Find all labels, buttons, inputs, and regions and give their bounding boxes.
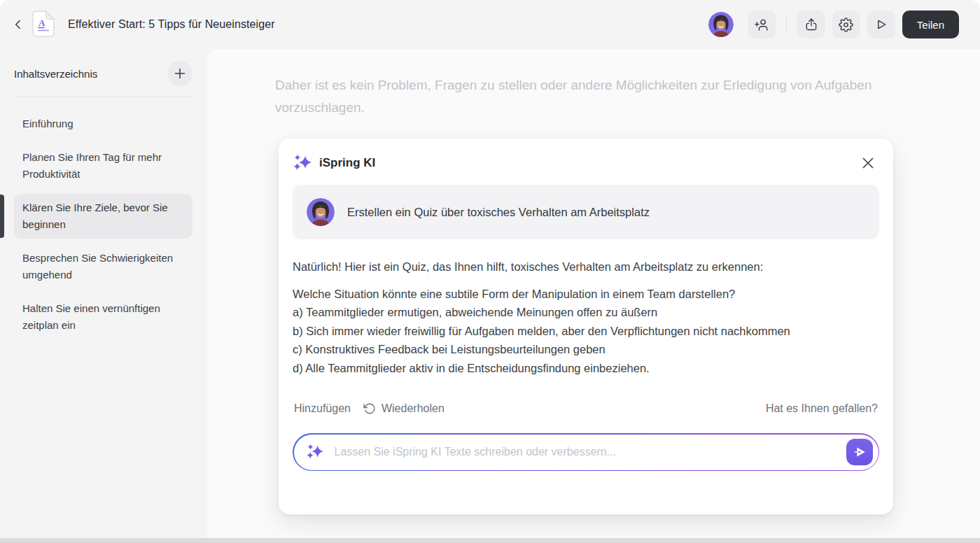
back-button[interactable] [8,15,28,34]
sidebar-item-label: Einführung [22,118,74,129]
topbar-actions: Teilen [708,0,959,49]
sidebar-item-label: Besprechen Sie Schwierigkeiten umgehend [22,252,173,281]
dialog-title: iSpring KI [319,156,375,170]
add-chapter-button[interactable] [167,61,192,86]
add-button[interactable]: Hinzufügen [294,402,351,415]
toc-list: Einführung Planen Sie Ihren Tag für mehr… [0,97,206,339]
gear-icon [839,17,853,32]
app-window: A Effektiver Start: 5 Tipps für Neueinst… [0,0,980,543]
page-title: Effektiver Start: 5 Tipps für Neueinstei… [68,0,275,49]
quiz-option: c) Konstruktives Feedback bei Leistungsb… [293,340,879,359]
toc-header: Inhaltsverzeichnis [14,49,192,97]
sidebar-item-einfuehrung[interactable]: Einführung [14,110,192,138]
ai-response-intro: Natürlich! Hier ist ein Quiz, das Ihnen … [293,258,879,276]
avatar [307,198,335,226]
sidebar-item-halten[interactable]: Halten Sie einen vernünftigen zeitplan e… [14,295,192,339]
ispring-ki-dialog: iSpring KI Erstel [279,139,893,514]
share-button[interactable]: Teilen [902,10,959,38]
sidebar-item-planen[interactable]: Planen Sie Ihren Tag für mehr Produktivi… [14,143,192,188]
document-icon: A [31,10,56,38]
svg-text:A: A [38,17,46,28]
sidebar-item-klaeren[interactable]: Klären Sie Ihre Ziele, bevor Sie beginne… [14,194,192,239]
sparkles-icon [293,153,312,173]
avatar[interactable] [708,12,734,37]
send-icon [852,444,867,460]
ai-prompt-field-border [293,433,879,471]
upload-button[interactable] [797,10,825,38]
sparkles-icon [306,443,324,461]
document-paragraph: Daher ist es kein Problem, Fragen zu ste… [275,74,881,119]
ai-prompt-input[interactable] [335,446,846,458]
selected-indicator [0,195,4,238]
close-icon [860,155,876,171]
quiz-question: Welche Situation könnte eine subtile For… [293,285,879,304]
settings-button[interactable] [832,10,860,38]
retry-button[interactable]: Wiederholen [363,402,444,415]
sidebar-item-label: Klären Sie Ihre Ziele, bevor Sie beginne… [22,202,168,230]
add-user-button[interactable] [748,10,776,38]
quiz-option: b) Sich immer wieder freiwillig für Aufg… [293,322,879,341]
retry-label: Wiederholen [382,402,444,415]
toolbar-divider [786,15,787,34]
back-icon [11,17,25,31]
quiz-option: d) Alle Teammitglieder aktiv in die Ents… [293,359,879,378]
feedback-question: Hat es Ihnen gefallen? [766,402,878,415]
sidebar: Inhaltsverzeichnis Einführung Planen Sie… [0,49,206,543]
add-user-icon [754,17,769,32]
user-message-text: Erstellen ein Quiz über toxisches Verhal… [347,206,650,219]
ai-prompt-field [294,435,878,470]
play-icon [874,17,888,31]
quiz-option: a) Teammitglieder ermutigen, abweichende… [293,303,879,322]
refresh-icon [363,402,376,415]
sidebar-item-besprechen[interactable]: Besprechen Sie Schwierigkeiten umgehend [14,244,192,289]
top-bar: A Effektiver Start: 5 Tipps für Neueinst… [0,0,980,49]
close-button[interactable] [858,153,878,173]
dialog-header: iSpring KI [279,139,893,173]
toc-title: Inhaltsverzeichnis [14,68,97,80]
plus-icon [174,67,186,80]
play-button[interactable] [867,10,895,38]
response-actions: Hinzufügen Wiederholen Hat es Ihnen gefa… [294,402,878,415]
user-message-bubble: Erstellen ein Quiz über toxisches Verhal… [293,185,879,239]
sidebar-item-label: Halten Sie einen vernünftigen zeitplan e… [22,302,160,331]
sidebar-item-label: Planen Sie Ihren Tag für mehr Produktivi… [22,151,162,180]
upload-icon [804,17,818,31]
send-button[interactable] [846,439,873,465]
ai-response: Natürlich! Hier ist ein Quiz, das Ihnen … [293,258,879,377]
window-bottom-edge [0,538,980,543]
